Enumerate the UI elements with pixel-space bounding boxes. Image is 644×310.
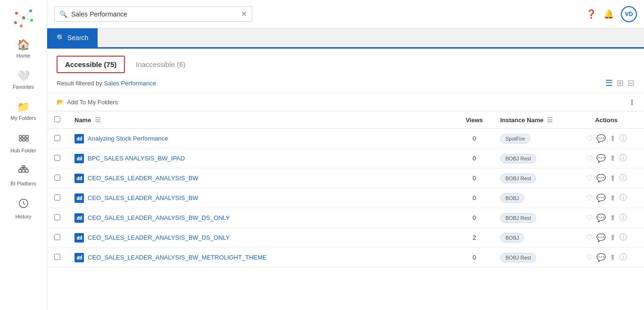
doc-name-link[interactable]: Analyzing Stock Performance bbox=[88, 135, 168, 142]
comment-action-icon[interactable]: 💬 bbox=[596, 193, 606, 202]
inaccessible-tab[interactable]: Inaccessible (6) bbox=[127, 56, 194, 73]
info-action-icon[interactable]: ⓘ bbox=[619, 153, 627, 163]
comment-action-icon[interactable]: 💬 bbox=[596, 213, 606, 222]
comment-action-icon[interactable]: 💬 bbox=[596, 174, 606, 183]
sidebar-item-home[interactable]: 🏠 Home bbox=[0, 33, 47, 64]
info-action-icon[interactable]: ⓘ bbox=[619, 134, 627, 143]
doc-name: Analyzing Stock Performance bbox=[74, 134, 448, 143]
instance-badge: BOBJ bbox=[500, 193, 524, 203]
row-checkbox[interactable] bbox=[54, 234, 60, 240]
row-actions-cell: ♡💬⬆ⓘ bbox=[569, 149, 644, 168]
info-action-icon[interactable]: ⓘ bbox=[619, 193, 627, 203]
favorite-action-icon[interactable]: ♡ bbox=[586, 253, 593, 262]
sidebar-item-history[interactable]: History bbox=[0, 192, 47, 225]
main-area: 🔍 ✕ ❓ 🔔 VD 🔍 Search Accessible (75) Inac… bbox=[47, 0, 644, 310]
list-view-icon[interactable]: ☰ bbox=[605, 78, 613, 88]
row-name-cell: CEO_SALES_LEADER_ANALYSIS_BW_DS_ONLY bbox=[67, 228, 455, 248]
svg-rect-31 bbox=[81, 136, 82, 141]
svg-line-7 bbox=[24, 11, 31, 18]
instance-badge: BOBJ bbox=[500, 233, 524, 243]
table-row: CEO_SALES_LEADER_ANALYSIS_BW_DS_ONLY0BOB… bbox=[47, 208, 644, 228]
share-action-icon[interactable]: ⬆ bbox=[610, 233, 616, 242]
comment-action-icon[interactable]: 💬 bbox=[596, 253, 606, 262]
sidebar-item-favorites[interactable]: 🤍 Favorites bbox=[0, 64, 47, 95]
filter-link[interactable]: Sales Performance bbox=[104, 80, 156, 87]
sidebar-item-myfolders[interactable]: 📁 My Folders bbox=[0, 95, 47, 126]
share-action-icon[interactable]: ⬆ bbox=[610, 174, 616, 183]
sidebar-item-biplatform[interactable]: BI Platform bbox=[0, 159, 47, 192]
app-logo bbox=[10, 5, 36, 31]
svg-rect-59 bbox=[78, 256, 79, 260]
row-checkbox-cell bbox=[47, 208, 67, 228]
sidebar-home-label: Home bbox=[17, 53, 30, 59]
share-action-icon[interactable]: ⬆ bbox=[610, 154, 616, 163]
favorite-action-icon[interactable]: ♡ bbox=[586, 213, 593, 222]
filter-bar: Result filtered by Sales Performance ☰ ⊞… bbox=[47, 73, 644, 93]
search-input[interactable] bbox=[71, 10, 241, 18]
help-icon[interactable]: ❓ bbox=[586, 9, 596, 19]
grid-view-icon[interactable]: ⊞ bbox=[617, 78, 624, 88]
sidebar-myfolders-label: My Folders bbox=[10, 115, 36, 121]
columns-icon[interactable]: ⫿ bbox=[630, 97, 635, 107]
doc-name-link[interactable]: CEO_SALES_LEADER_ANALYSIS_BW bbox=[88, 175, 198, 182]
favorite-action-icon[interactable]: ♡ bbox=[586, 174, 593, 183]
share-action-icon[interactable]: ⬆ bbox=[610, 213, 616, 222]
actions-cell: ♡💬⬆ⓘ bbox=[576, 252, 637, 262]
accessible-tab[interactable]: Accessible (75) bbox=[57, 56, 125, 73]
sidebar: 🏠 Home 🤍 Favorites 📁 My Folders Hub Fold… bbox=[0, 0, 47, 310]
row-checkbox[interactable] bbox=[54, 194, 60, 201]
row-name-cell: CEO_SALES_LEADER_ANALYSIS_BW_METROLIGHT_… bbox=[67, 248, 455, 268]
svg-rect-46 bbox=[81, 196, 82, 200]
biplatform-icon bbox=[18, 165, 29, 179]
svg-line-6 bbox=[17, 13, 24, 18]
search-box[interactable]: 🔍 ✕ bbox=[54, 6, 252, 22]
select-all-checkbox[interactable] bbox=[54, 116, 60, 122]
tile-view-icon[interactable]: ⊟ bbox=[627, 78, 635, 88]
add-to-folders-button[interactable]: 📂 Add To My Folders bbox=[57, 99, 118, 106]
svg-rect-44 bbox=[78, 196, 79, 200]
actions-cell: ♡💬⬆ⓘ bbox=[576, 134, 637, 143]
share-action-icon[interactable]: ⬆ bbox=[610, 134, 616, 143]
favorite-action-icon[interactable]: ♡ bbox=[586, 233, 593, 242]
sidebar-item-hubfolder[interactable]: Hub Folder bbox=[0, 126, 47, 159]
favorite-action-icon[interactable]: ♡ bbox=[586, 134, 593, 143]
row-checkbox[interactable] bbox=[54, 135, 60, 141]
row-views-cell: 0 bbox=[455, 248, 493, 268]
search-tab-icon: 🔍 bbox=[57, 34, 65, 42]
svg-rect-61 bbox=[81, 255, 82, 260]
row-checkbox[interactable] bbox=[54, 254, 60, 260]
comment-action-icon[interactable]: 💬 bbox=[596, 233, 606, 242]
history-icon bbox=[18, 198, 29, 212]
notifications-icon[interactable]: 🔔 bbox=[603, 9, 614, 19]
comment-action-icon[interactable]: 💬 bbox=[596, 134, 606, 143]
info-action-icon[interactable]: ⓘ bbox=[619, 213, 627, 223]
doc-name-link[interactable]: CEO_SALES_LEADER_ANALYSIS_BW_DS_ONLY bbox=[88, 214, 230, 221]
doc-icon bbox=[74, 174, 84, 183]
info-action-icon[interactable]: ⓘ bbox=[619, 173, 627, 183]
share-action-icon[interactable]: ⬆ bbox=[610, 253, 616, 262]
comment-action-icon[interactable]: 💬 bbox=[596, 154, 606, 163]
favorite-action-icon[interactable]: ♡ bbox=[586, 154, 593, 163]
doc-name-link[interactable]: CEO_SALES_LEADER_ANALYSIS_BW_DS_ONLY bbox=[88, 234, 230, 241]
info-action-icon[interactable]: ⓘ bbox=[619, 252, 627, 262]
clear-search-icon[interactable]: ✕ bbox=[241, 9, 247, 18]
doc-name-link[interactable]: BPC_SALES ANALYSIS_BW_IPAD bbox=[88, 155, 185, 162]
filter-text: Result filtered by Sales Performance bbox=[57, 80, 156, 87]
instance-filter-icon[interactable]: ☰ bbox=[547, 116, 553, 124]
avatar[interactable]: VD bbox=[621, 6, 637, 22]
name-filter-icon[interactable]: ☰ bbox=[95, 116, 101, 124]
svg-rect-15 bbox=[23, 139, 25, 141]
svg-rect-14 bbox=[19, 139, 22, 141]
info-action-icon[interactable]: ⓘ bbox=[619, 233, 627, 243]
doc-name-link[interactable]: CEO_SALES_LEADER_ANALYSIS_BW_METROLIGHT_… bbox=[88, 254, 267, 261]
share-action-icon[interactable]: ⬆ bbox=[610, 193, 616, 202]
row-checkbox[interactable] bbox=[54, 155, 60, 161]
favorite-action-icon[interactable]: ♡ bbox=[586, 193, 593, 202]
row-checkbox[interactable] bbox=[54, 214, 60, 220]
doc-name-link[interactable]: CEO_SALES_LEADER_ANALYSIS_BW bbox=[88, 194, 198, 201]
row-checkbox[interactable] bbox=[54, 175, 60, 181]
row-actions-cell: ♡💬⬆ⓘ bbox=[569, 248, 644, 268]
search-tab[interactable]: 🔍 Search bbox=[47, 28, 98, 47]
instance-badge: BOBJ Rest bbox=[500, 213, 536, 223]
table-row: BPC_SALES ANALYSIS_BW_IPAD0BOBJ Rest♡💬⬆ⓘ bbox=[47, 149, 644, 168]
